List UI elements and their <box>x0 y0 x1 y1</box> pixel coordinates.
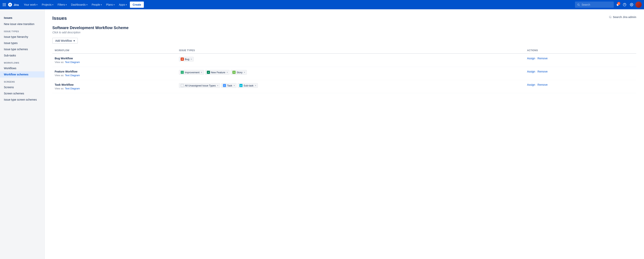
view-diagram-link[interactable]: Diagram <box>70 61 80 64</box>
issue-type-tag: + New Feature × <box>205 70 230 75</box>
view-diagram-link[interactable]: Diagram <box>70 87 80 90</box>
svg-rect-4 <box>4 4 4 5</box>
view-text-link[interactable]: Text <box>65 61 70 64</box>
sidebar-item-new-issue-view[interactable]: New issue view transition <box>0 21 44 27</box>
search-bar[interactable] <box>575 2 614 8</box>
sidebar-item-issue-type-schemes[interactable]: Issue type schemes <box>0 46 44 52</box>
notifications-button[interactable]: 2 <box>614 2 621 8</box>
view-text-link[interactable]: Text <box>65 87 70 90</box>
task-icon: ✓ <box>223 84 226 87</box>
search-icon <box>577 3 580 6</box>
search-admin-icon <box>609 16 612 18</box>
story-icon: S <box>232 71 236 74</box>
notification-badge: 2 <box>617 2 620 5</box>
workflow-table: Workflow Issue Types Actions Bug Workflo… <box>52 48 636 93</box>
issue-types-cell: B Bug × <box>176 54 524 67</box>
page-header: Issues Search Jira admin <box>52 16 636 21</box>
issue-type-label: Improvement <box>185 71 200 74</box>
issue-type-label: Story <box>236 71 242 74</box>
svg-rect-0 <box>3 3 4 4</box>
svg-text:+: + <box>208 71 209 74</box>
view-text-link[interactable]: Text <box>65 74 70 77</box>
settings-button[interactable] <box>628 2 635 8</box>
user-avatar[interactable] <box>636 2 642 8</box>
sidebar-item-issue-type-hierarchy[interactable]: Issue type hierarchy <box>0 34 44 40</box>
assign-link[interactable]: Assign <box>527 70 535 73</box>
assign-link[interactable]: Assign <box>527 83 535 86</box>
subtask-icon: ST <box>240 84 242 87</box>
issue-type-tag: ↑ Improvement × <box>179 70 204 75</box>
view-diagram-link[interactable]: Diagram <box>70 74 80 77</box>
remove-link[interactable]: Remove <box>538 57 548 60</box>
remove-issue-type-icon[interactable]: × <box>244 71 245 74</box>
search-jira-admin-link[interactable]: Search Jira admin <box>609 16 636 18</box>
issue-type-label: Sub-task <box>244 84 253 87</box>
sidebar-item-workflow-schemes[interactable]: Workflow schemes <box>0 71 44 78</box>
svg-point-12 <box>609 16 611 18</box>
view-as-label: View as: Text Diagram <box>55 74 80 77</box>
sidebar-item-sub-tasks[interactable]: Sub-tasks <box>0 52 44 58</box>
nav-people[interactable]: People ▾ <box>90 0 104 9</box>
svg-rect-21 <box>181 84 184 87</box>
bug-icon: B <box>181 58 184 61</box>
chevron-icon: ▾ <box>66 4 67 6</box>
top-navigation: Jira Your work ▾ Projects ▾ Filters ▾ Da… <box>0 0 644 9</box>
svg-rect-8 <box>5 6 6 6</box>
issue-type-tags: ↑ Improvement × + New Feature × S Story … <box>179 70 522 75</box>
nav-apps[interactable]: Apps ▾ <box>117 0 129 9</box>
issue-type-tag: B Bug × <box>179 57 194 62</box>
add-workflow-button[interactable]: Add Workflow ▾ <box>52 38 78 44</box>
grid-menu-button[interactable] <box>2 3 6 6</box>
sidebar-item-screens[interactable]: Screens <box>0 84 44 90</box>
issue-type-tags: All Unassigned Issue Types × ✓ Task × ST… <box>179 83 522 88</box>
svg-rect-3 <box>3 4 4 5</box>
remove-link[interactable]: Remove <box>538 83 548 86</box>
svg-rect-7 <box>4 6 4 6</box>
sidebar-item-issue-type-screen-schemes[interactable]: Issue type screen schemes <box>0 96 44 103</box>
svg-text:S: S <box>234 71 235 74</box>
scheme-description[interactable]: Click to add description <box>52 31 636 34</box>
main-content: Issues Search Jira admin Software Develo… <box>44 9 644 259</box>
sidebar-item-screen-schemes[interactable]: Screen schemes <box>0 90 44 96</box>
view-as-label: View as: Text Diagram <box>55 87 80 90</box>
unassigned-icon <box>181 84 184 87</box>
issue-type-label: Bug <box>185 58 189 61</box>
assign-link[interactable]: Assign <box>527 57 535 60</box>
remove-issue-type-icon[interactable]: × <box>217 84 218 87</box>
scheme-title: Software Development Workflow Scheme <box>52 26 636 30</box>
jira-logo[interactable]: Jira <box>8 2 19 7</box>
nav-dashboards[interactable]: Dashboards ▾ <box>69 0 89 9</box>
issue-type-tags: B Bug × <box>179 57 522 62</box>
table-row: Feature Workflow View as: Text Diagram ↑… <box>52 67 636 80</box>
svg-text:✓: ✓ <box>224 85 225 87</box>
nav-projects[interactable]: Projects ▾ <box>40 0 55 9</box>
issue-type-tag: ✓ Task × <box>221 83 236 88</box>
issue-type-tag: ST Sub-task × <box>238 83 258 88</box>
nav-plans[interactable]: Plans ▾ <box>104 0 116 9</box>
view-as-label: View as: Text Diagram <box>55 61 80 64</box>
workflow-cell: Task Workflow View as: Text Diagram <box>52 80 176 93</box>
nav-filters[interactable]: Filters ▾ <box>56 0 69 9</box>
create-button[interactable]: Create <box>130 2 144 8</box>
svg-point-11 <box>631 4 632 5</box>
nav-your-work[interactable]: Your work ▾ <box>22 0 40 9</box>
remove-issue-type-icon[interactable]: × <box>201 71 202 74</box>
search-input[interactable] <box>582 3 609 6</box>
remove-issue-type-icon[interactable]: × <box>226 71 228 74</box>
improvement-icon: ↑ <box>181 71 184 74</box>
issue-type-tag: S Story × <box>231 70 247 75</box>
help-button[interactable] <box>622 2 628 8</box>
remove-issue-type-icon[interactable]: × <box>234 84 235 87</box>
workflow-name: Task Workflow <box>55 83 174 86</box>
remove-link[interactable]: Remove <box>538 70 548 73</box>
logo-text: Jira <box>14 3 19 6</box>
col-issue-types: Issue Types <box>176 48 524 54</box>
remove-issue-type-icon[interactable]: × <box>190 58 192 60</box>
table-row: Bug Workflow View as: Text Diagram B Bug… <box>52 54 636 67</box>
sidebar-item-issue-types[interactable]: Issue types <box>0 40 44 46</box>
remove-issue-type-icon[interactable]: × <box>255 84 256 87</box>
sidebar-item-workflows[interactable]: Workflows <box>0 65 44 71</box>
help-icon <box>623 3 626 6</box>
actions-cell: Assign Remove <box>525 67 636 80</box>
sidebar: Issues New issue view transition Issue T… <box>0 9 44 259</box>
